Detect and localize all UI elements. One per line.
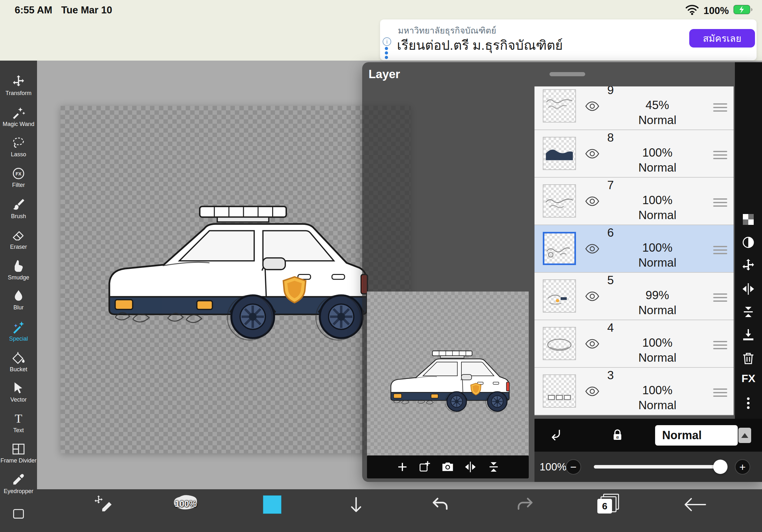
- date: Tue Mar 10: [61, 4, 112, 16]
- clipping-icon[interactable]: [549, 428, 565, 443]
- tool-special[interactable]: Special: [0, 320, 37, 349]
- blend-stepper-button[interactable]: [738, 428, 751, 443]
- text-icon: T: [11, 412, 26, 426]
- merge-down-icon[interactable]: [741, 304, 756, 320]
- layer-drag-handle[interactable]: [713, 149, 727, 162]
- tool-panel-partial[interactable]: [0, 507, 37, 532]
- undo-button[interactable]: [427, 491, 454, 518]
- layer-row-9[interactable]: 9 45% Normal: [534, 87, 733, 130]
- tool-transform[interactable]: Transform: [0, 74, 37, 104]
- layer-drag-handle[interactable]: [713, 196, 727, 209]
- layer-visibility-eye-icon[interactable]: [585, 195, 600, 207]
- drawing-canvas[interactable]: [61, 106, 411, 453]
- layer-visibility-eye-icon[interactable]: [585, 291, 600, 302]
- ad-menu-dot: [385, 51, 388, 54]
- layer-number: 3: [607, 369, 633, 382]
- opacity-decrease-button[interactable]: −: [566, 459, 581, 475]
- layer-visibility-eye-icon[interactable]: [585, 100, 600, 112]
- panel-drag-handle[interactable]: [550, 72, 585, 76]
- layer-row-5[interactable]: 5 99% Normal: [534, 273, 733, 320]
- pen-transform-tool[interactable]: [90, 491, 116, 518]
- layer-visibility-eye-icon[interactable]: [585, 148, 600, 160]
- tool-filter[interactable]: FX Filter: [0, 166, 37, 195]
- layer-number: 7: [607, 179, 633, 192]
- opacity-slider-track[interactable]: [594, 465, 724, 469]
- layer-row-8[interactable]: 8 100% Normal: [534, 130, 733, 178]
- tool-eyedropper[interactable]: Eyedropper: [0, 472, 37, 502]
- tool-label: Brush: [11, 213, 26, 220]
- flip-view-icon[interactable]: [463, 460, 477, 474]
- tool-lasso[interactable]: Lasso: [0, 136, 37, 165]
- back-button[interactable]: [682, 491, 708, 518]
- smudge-icon: [11, 259, 26, 273]
- camera-import-icon[interactable]: [441, 460, 455, 474]
- opacity-slider-knob[interactable]: [713, 460, 727, 474]
- layer-visibility-eye-icon[interactable]: [585, 243, 600, 254]
- alpha-lock-icon[interactable]: α: [610, 428, 625, 443]
- add-layer-icon[interactable]: [395, 460, 410, 474]
- save-export-icon[interactable]: [741, 328, 756, 343]
- zoom-indicator[interactable]: 100%: [172, 491, 199, 518]
- layer-thumbnail[interactable]: [543, 374, 576, 408]
- opacity-controls-bar: 100% − +: [534, 452, 762, 482]
- fx-button[interactable]: FX: [735, 372, 762, 385]
- tool-brush[interactable]: Brush: [0, 197, 37, 227]
- svg-text:α: α: [616, 435, 619, 439]
- layer-visibility-eye-icon[interactable]: [585, 338, 600, 350]
- tool-vector[interactable]: Vector: [0, 381, 37, 410]
- tool-magic-wand[interactable]: Magic Wand: [0, 105, 37, 135]
- layer-row-3[interactable]: 3 100% Normal: [534, 368, 733, 415]
- move-layer-icon[interactable]: [741, 258, 756, 273]
- layer-thumbnail[interactable]: [543, 232, 576, 265]
- more-options-icon[interactable]: [741, 395, 756, 411]
- flip-horizontal-icon[interactable]: [741, 281, 756, 297]
- layer-drag-handle[interactable]: [713, 101, 727, 114]
- tool-label: Eraser: [10, 244, 27, 250]
- ad-info-icon[interactable]: i: [383, 37, 391, 46]
- tool-smudge[interactable]: Smudge: [0, 259, 37, 288]
- layer-visibility-eye-icon[interactable]: [585, 386, 600, 397]
- ad-banner[interactable]: i มหาวิทยาลัยธุรกิจบัณฑิตย์ เรียนต่อป.ตร…: [380, 20, 757, 60]
- tool-label: Frame Divider: [0, 457, 37, 464]
- delete-layer-icon[interactable]: [741, 351, 756, 366]
- tool-text[interactable]: T Text: [0, 412, 37, 441]
- layer-thumbnail[interactable]: [543, 279, 576, 312]
- transparency-checker-icon[interactable]: [741, 212, 756, 227]
- blend-mode-select[interactable]: Normal: [655, 425, 738, 445]
- layer-thumbnail[interactable]: [543, 184, 576, 218]
- color-swatch[interactable]: [259, 491, 286, 518]
- tool-bucket[interactable]: Bucket: [0, 351, 37, 380]
- layer-number: 5: [607, 274, 633, 287]
- redo-button[interactable]: [511, 491, 538, 518]
- layer-drag-handle[interactable]: [713, 386, 727, 399]
- layer-drag-handle[interactable]: [713, 291, 727, 304]
- opacity-increase-button[interactable]: +: [735, 459, 750, 475]
- add-layer-set-icon[interactable]: [418, 460, 432, 474]
- ad-headline[interactable]: เรียนต่อป.ตรี ม.ธุรกิจบัณฑิตย์: [397, 35, 563, 55]
- status-and-ad-area: 6:55 AM Tue Mar 10 100% i มหาวิทยาลัยธุร…: [0, 0, 762, 61]
- layer-number: 4: [607, 321, 633, 335]
- layer-row-6[interactable]: 6 100% Normal: [534, 225, 733, 273]
- tool-frame-divider[interactable]: Frame Divider: [0, 442, 37, 471]
- canvas-navigator[interactable]: [367, 292, 529, 455]
- layer-thumbnail[interactable]: [543, 327, 576, 360]
- layer-drag-handle[interactable]: [713, 339, 727, 352]
- tool-label: Text: [13, 427, 24, 434]
- transform-icon: [11, 74, 26, 89]
- ad-cta-button[interactable]: สมัครเลย: [689, 29, 755, 47]
- panel-icon: [11, 507, 26, 522]
- flatten-layers-icon[interactable]: [487, 460, 501, 474]
- layer-drag-handle[interactable]: [713, 244, 727, 256]
- layer-number: 9: [607, 87, 633, 97]
- contrast-icon[interactable]: [741, 235, 756, 250]
- layer-row-4[interactable]: 4 100% Normal: [534, 320, 733, 368]
- layer-quick-button[interactable]: 6: [594, 491, 621, 518]
- layer-thumbnail[interactable]: [543, 137, 576, 170]
- tool-blur[interactable]: Blur: [0, 289, 37, 318]
- layer-opacity: 100%: [608, 336, 707, 350]
- layer-row-7[interactable]: 7 100% Normal: [534, 178, 733, 225]
- layer-thumbnail[interactable]: [543, 89, 576, 122]
- hide-ui-button[interactable]: [343, 491, 369, 518]
- wifi-icon: [685, 4, 699, 18]
- tool-eraser[interactable]: Eraser: [0, 228, 37, 257]
